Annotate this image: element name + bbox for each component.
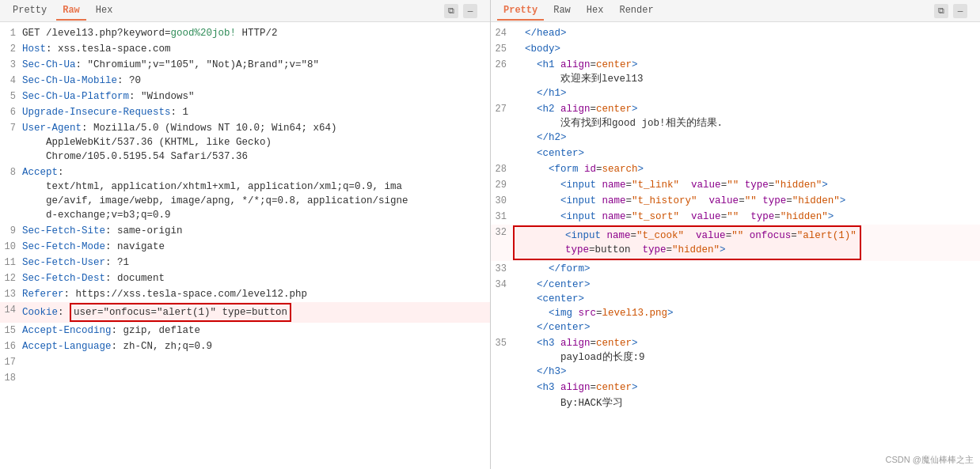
left-line-3: 3 Sec-Ch-Ua: "Chromium";v="105", "Not)A;… — [0, 57, 490, 73]
left-line-18: 18 — [0, 370, 490, 386]
left-line-15: 15 Accept-Encoding: gzip, deflate — [0, 323, 490, 339]
left-line-16: 16 Accept-Language: zh-CN, zh;q=0.9 — [0, 339, 490, 354]
right-line-35: 35 <h3 align=center> payload的长度:9 </h3> — [491, 335, 980, 380]
right-line-32: 32 <input name="t_cook" value="" onfocus… — [491, 225, 980, 261]
left-minimize-icon[interactable]: — — [463, 4, 477, 18]
right-line-29: 29 <input name="t_link" value="" type="h… — [491, 177, 980, 193]
left-pane-header: Pretty Raw Hex ⧉ — — [0, 0, 490, 22]
right-line-27: 27 <h2 align=center> 没有找到和good job!相关的结果… — [491, 101, 980, 146]
left-pane: Pretty Raw Hex ⧉ — 1 GET /level13.php?ke… — [0, 0, 491, 469]
right-line-26: 26 <h1 align=center> 欢迎来到level13 </h1> — [491, 57, 980, 101]
left-tab-hex[interactable]: Hex — [89, 2, 120, 21]
right-line-h3: <h3 align=center> — [491, 380, 980, 395]
left-line-6: 6 Upgrade-Insecure-Requests: 1 — [0, 104, 490, 120]
left-line-17: 17 — [0, 354, 490, 370]
left-copy-icon[interactable]: ⧉ — [444, 4, 458, 18]
left-line-14: 14 Cookie: user="onfocus="alert(1)" type… — [0, 302, 490, 323]
main-content: Pretty Raw Hex ⧉ — 1 GET /level13.php?ke… — [0, 0, 980, 469]
left-line-12: 12 Sec-Fetch-Dest: document — [0, 270, 490, 286]
right-line-34: 34 </center> <center> <img src=level13.p… — [491, 277, 980, 335]
right-line-by: By:HACK学习 — [491, 395, 980, 411]
left-line-7: 7 User-Agent: Mozilla/5.0 (Windows NT 10… — [0, 120, 490, 165]
right-copy-icon[interactable]: ⧉ — [934, 4, 948, 18]
right-line-25: 25 <body> — [491, 41, 980, 57]
left-line-13: 13 Referer: https://xss.tesla-space.com/… — [0, 286, 490, 302]
right-line-28: 28 <form id=search> — [491, 161, 980, 177]
left-line-2: 2 Host: xss.tesla-space.com — [0, 41, 490, 57]
left-line-4: 4 Sec-Ch-Ua-Mobile: ?0 — [0, 73, 490, 89]
left-tab-pretty[interactable]: Pretty — [6, 2, 53, 21]
right-pane: Pretty Raw Hex Render ⧉ — 24 </head> 25 … — [491, 0, 980, 469]
right-tab-raw[interactable]: Raw — [547, 2, 577, 21]
right-tab-pretty[interactable]: Pretty — [497, 2, 544, 21]
left-line-8: 8 Accept: text/html, application/xhtml+x… — [0, 165, 490, 223]
right-pane-content: 24 </head> 25 <body> 26 <h1 align=center… — [491, 22, 980, 469]
left-line-9: 9 Sec-Fetch-Site: same-origin — [0, 223, 490, 239]
right-line-33: 33 </form> — [491, 261, 980, 277]
right-minimize-icon[interactable]: — — [953, 4, 967, 18]
right-line-24: 24 </head> — [491, 25, 980, 41]
right-line-30: 30 <input name="t_history" value="" type… — [491, 193, 980, 209]
right-line-31: 31 <input name="t_sort" value="" type="h… — [491, 209, 980, 225]
right-line-center: <center> — [491, 146, 980, 161]
left-line-11: 11 Sec-Fetch-User: ?1 — [0, 255, 490, 270]
right-tab-render[interactable]: Render — [613, 2, 659, 21]
left-tab-raw[interactable]: Raw — [56, 2, 86, 21]
left-line-1: 1 GET /level13.php?keyword=good%20job! H… — [0, 25, 490, 41]
left-line-10: 10 Sec-Fetch-Mode: navigate — [0, 239, 490, 255]
right-pane-header: Pretty Raw Hex Render ⧉ — — [491, 0, 980, 22]
right-tab-hex[interactable]: Hex — [580, 2, 610, 21]
left-line-5: 5 Sec-Ch-Ua-Platform: "Windows" — [0, 89, 490, 104]
left-pane-content: 1 GET /level13.php?keyword=good%20job! H… — [0, 22, 490, 469]
watermark: CSDN @魔仙棒棒之主 — [886, 454, 974, 466]
